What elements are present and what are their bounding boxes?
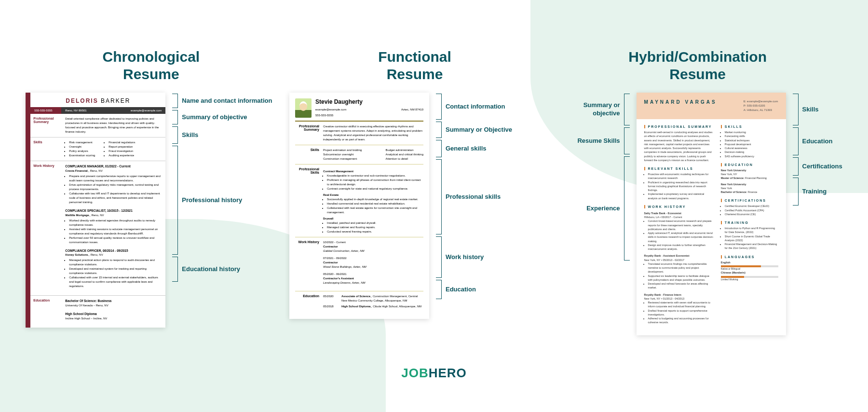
r1-work-h: Work History <box>30 161 61 295</box>
r2-edu: 05/2020Associate of Science,, Constructi… <box>323 294 423 310</box>
callout-label: Professional history <box>172 145 272 256</box>
r3-ps-h: PROFESSIONAL SUMMARY <box>644 125 714 128</box>
col-chronological: Chronological Resume DELORIS BARKER 555-… <box>26 48 276 335</box>
r2-photo <box>295 98 312 118</box>
callout-label: Summary of objective <box>172 109 272 125</box>
r2-loc: Aztec, NM 87410 <box>401 108 423 111</box>
r1-jobs: COMPLIANCE MANAGER, 01/2022 - CurrentCre… <box>61 161 165 295</box>
r3-ps: Economist well-versed in conducting anal… <box>644 130 714 162</box>
r2-ps: Contract ManagementKnowledgeable in cont… <box>323 167 423 234</box>
r1-edu: Bachelor Of Science: BusinessUniversity … <box>61 296 165 328</box>
logo: JOBHERO <box>0 366 868 381</box>
r3-rs-h: RELEVANT SKILLS <box>644 167 714 170</box>
callout-label: Summary or Objective <box>436 121 512 139</box>
r2-edu-h: Education <box>295 294 323 310</box>
r3-ed-h: EDUCATION <box>721 163 778 166</box>
r1-summary: Detail-oriented compliance officer dedic… <box>61 114 165 137</box>
r3-tr-h: TRAINING <box>721 221 778 224</box>
r1-name: DELORIS BARKER <box>30 93 165 107</box>
r3-name: MAYNARD VARGAS <box>644 99 717 112</box>
callout-label: Skills <box>172 125 272 145</box>
r3-sk-h: SKILLS <box>721 125 778 128</box>
labels-col3-left: Summary or objectiveResume SkillsExperie… <box>560 93 630 261</box>
r2-wh: 10/2022 - CurrentContractorGabled Constr… <box>323 240 423 288</box>
r1-loc: Reno, NV 89501 <box>61 107 127 114</box>
callout-label: Skills <box>793 93 842 126</box>
resume-card-2: Stevie Daugherty example@example.com Azt… <box>289 93 429 319</box>
r3-lang-h: LANGUAGES <box>721 255 778 259</box>
labels-col1: Name and contact informationSummary of o… <box>172 93 272 283</box>
r2-email: example@example.com <box>315 108 346 111</box>
r2-sk-h: Skills <box>295 148 323 161</box>
r3-cert-h: CERTIFICATIONS <box>721 199 778 202</box>
r2-sum-h: Professional Summary <box>295 124 323 142</box>
resume-card-1: DELORIS BARKER 555-555-5555 Reno, NV 895… <box>26 93 165 328</box>
r1-skills-h: Skills <box>30 137 61 161</box>
labels-col3-right: SkillsEducationCertificationsTraining <box>793 93 842 206</box>
r2-phone: 555-555-5555 <box>315 114 333 117</box>
callout-label: Education <box>436 279 512 300</box>
col-hybrid: Hybrid/Combination Resume Summary or obj… <box>553 48 842 335</box>
callout-label: Resume Skills <box>560 126 630 155</box>
title-chronological: Chronological Resume <box>26 48 276 83</box>
resume-card-3: MAYNARD VARGAS E: example@example.comP: … <box>637 93 786 335</box>
callout-label: Professional skills <box>436 158 512 235</box>
r1-summary-h: Professional Summary <box>30 114 61 137</box>
callout-label: Educational history <box>172 256 272 283</box>
r1-email: example@example.com <box>127 107 165 114</box>
title-hybrid: Hybrid/Combination Resume <box>553 48 842 83</box>
r2-name: Stevie Daugherty <box>315 98 423 105</box>
r2-wh-h: Work History <box>295 240 323 288</box>
r1-phone: 555-555-5555 <box>30 107 61 114</box>
r1-edu-h: Education <box>30 296 61 328</box>
callout-label: Experience <box>560 155 630 261</box>
callout-label: Work history <box>436 235 512 279</box>
r2-sum: Creative contractor skillful in executin… <box>323 124 423 142</box>
callout-label: General skills <box>436 139 512 158</box>
r2-ps-h: Professional Skills <box>295 167 323 234</box>
main-columns: Chronological Resume DELORIS BARKER 555-… <box>0 0 868 335</box>
callout-label: Training <box>793 177 842 206</box>
r3-wh-h: WORK HISTORY <box>644 205 714 208</box>
r3-jobs: Salty Trade Bank - EconomistHillsboro, L… <box>644 211 714 325</box>
r1-skills: Risk managementOversightPolicy analysisE… <box>61 137 165 161</box>
callout-label: Name and contact information <box>172 93 272 109</box>
r2-sk: Project estimation and biddingSubcontrac… <box>323 148 423 161</box>
col-functional: Functional Resume Stevie Daugherty examp… <box>289 48 540 335</box>
callout-label: Summary or objective <box>560 93 630 126</box>
callout-label: Contact information <box>436 93 512 121</box>
callout-label: Certifications <box>793 156 842 177</box>
title-functional: Functional Resume <box>289 48 540 83</box>
r3-contact: E: example@example.comP: 555-555-0205A: … <box>744 99 778 112</box>
callout-label: Education <box>793 126 842 156</box>
labels-col2: Contact informationSummary or ObjectiveG… <box>436 93 512 300</box>
